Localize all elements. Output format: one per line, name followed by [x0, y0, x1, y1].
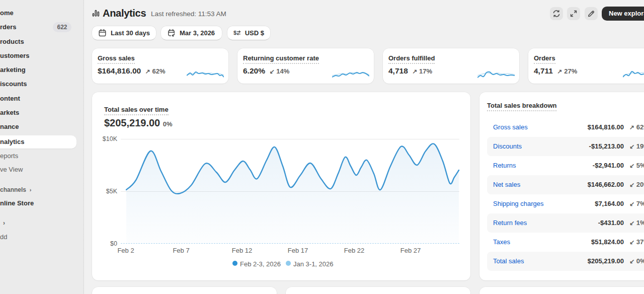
svg-text:$: $ [233, 30, 237, 36]
